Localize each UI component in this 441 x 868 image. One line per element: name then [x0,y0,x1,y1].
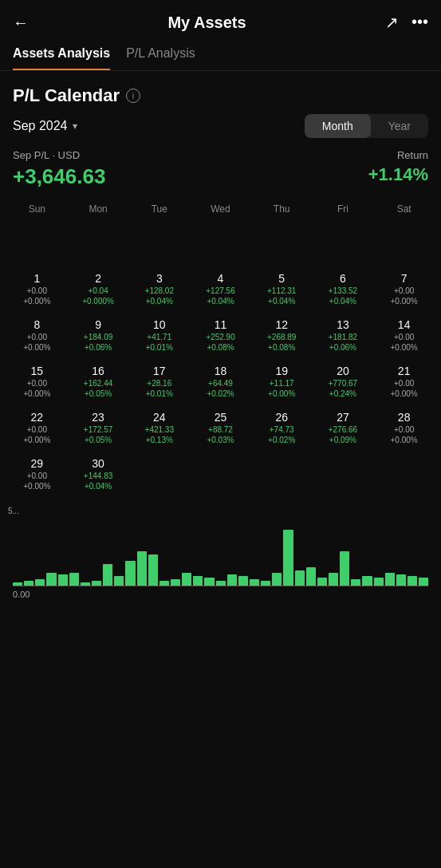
pl-label: Sep P/L · USD [13,149,105,161]
cal-cell[interactable]: 24+421.33+0.13% [128,406,190,452]
cal-cell[interactable]: 22+0.00+0.00% [6,406,68,452]
pl-value: +3,646.63 [13,164,105,189]
cal-cell[interactable]: 17+28.16+0.01% [128,360,190,406]
cal-pct-value: +0.04% [329,297,356,306]
cal-pct-value: +0.08% [207,343,234,352]
chart-bar [351,579,360,586]
cal-cell[interactable]: 29+0.00+0.00% [6,452,68,499]
cal-cell[interactable]: 3+128.02+0.04% [128,267,190,314]
cal-day-number: 28 [398,411,411,424]
cal-pl-value: +127.56 [206,286,234,295]
cal-pct-value: +0.24% [329,389,356,398]
cal-cell[interactable]: 6+133.52+0.04% [313,267,374,314]
share-icon[interactable]: ↗︎ [385,13,399,32]
period-selector[interactable]: Sep 2024 ▾ [13,119,77,133]
cal-cell [251,221,313,267]
cal-pct-value: +0.00% [23,482,50,491]
day-headers: SunMonTueWedThuFriSat [6,200,435,218]
cal-pl-value: +421.33 [145,425,174,434]
pl-left: Sep P/L · USD +3,646.63 [13,149,105,189]
cal-day-number: 24 [153,411,166,424]
chart-bar [396,574,406,586]
tab-assets-analysis[interactable]: Assets Analysis [13,40,110,70]
back-button[interactable]: ← [13,14,29,32]
cal-cell[interactable]: 16+162.44+0.05% [68,360,129,406]
cal-cell[interactable]: 1+0.00+0.00% [6,267,68,314]
cal-cell[interactable]: 27+276.66+0.09% [313,406,374,452]
cal-pl-value: +74.73 [270,425,294,434]
cal-cell[interactable]: 26+74.73+0.02% [251,406,313,452]
chart-bar [216,581,226,586]
cal-day-number: 19 [275,365,288,377]
cal-day-number: 4 [218,272,224,285]
cal-pct-value: +0.04% [268,297,295,306]
cal-pct-value: +0.00% [268,389,295,398]
cal-pct-value: +0.05% [85,389,112,398]
app-title: My Assets [29,14,385,32]
chart-bar [419,578,428,586]
tab-pl-analysis[interactable]: P/L Analysis [126,40,195,70]
cal-pl-value: +268.89 [267,333,296,341]
cal-cell[interactable]: 10+41.71+0.01% [128,314,190,360]
cal-cell[interactable]: 12+268.89+0.08% [251,314,313,360]
chart-bar [374,578,384,586]
cal-pl-value: +770.67 [329,379,357,388]
day-header-thu: Thu [251,200,313,218]
cal-cell[interactable]: 9+184.09+0.06% [68,314,129,360]
cal-day-number: 21 [398,365,411,377]
cal-cell[interactable]: 18+64.49+0.02% [190,360,251,406]
cal-pl-value: +0.04 [88,286,108,295]
cal-cell[interactable]: 14+0.00+0.00% [373,314,435,360]
cal-cell[interactable]: 4+127.56+0.04% [190,267,251,314]
cal-pl-value: +0.00 [394,286,414,295]
chart-bar [362,576,372,586]
cal-cell[interactable]: 5+112.31+0.04% [251,267,313,314]
info-icon[interactable]: i [126,89,140,103]
cal-cell[interactable]: 11+252.90+0.08% [190,314,251,360]
cal-cell [128,221,190,267]
cal-cell[interactable]: 30+144.83+0.04% [68,452,129,499]
cal-pl-value: +144.83 [84,471,112,480]
cal-cell[interactable]: 13+181.82+0.06% [313,314,374,360]
chart-bar [35,579,45,586]
cal-day-number: 3 [156,272,163,285]
cal-pct-value: +0.05% [85,436,112,444]
chart-bar [340,551,349,586]
chart-bar [385,573,395,586]
cal-cell[interactable]: 2+0.04+0.000% [68,267,129,314]
chart-bar [148,554,158,586]
cal-cell[interactable]: 19+11.17+0.00% [251,360,313,406]
chart-bar [24,581,33,586]
cal-day-number: 7 [401,272,408,285]
day-header-fri: Fri [313,200,374,218]
view-year-button[interactable]: Year [371,114,428,138]
cal-cell[interactable]: 21+0.00+0.00% [373,360,435,406]
cal-cell[interactable]: 8+0.00+0.00% [6,314,68,360]
view-month-button[interactable]: Month [305,114,371,138]
chart-bars [6,526,435,586]
day-header-sat: Sat [373,200,435,218]
chart-bar [283,530,293,586]
app-header: ← My Assets ↗︎ ••• [0,0,441,40]
chart-bar [227,574,237,586]
cal-cell[interactable]: 20+770.67+0.24% [313,360,374,406]
cal-day-number: 25 [215,411,227,424]
cal-cell[interactable]: 25+88.72+0.03% [190,406,251,452]
cal-cell[interactable]: 28+0.00+0.00% [373,406,435,452]
chart-bar [261,581,270,586]
cal-pl-value: +0.00 [27,471,47,480]
cal-cell[interactable]: 7+0.00+0.00% [373,267,435,314]
cal-pl-value: +0.00 [27,333,47,341]
cal-day-number: 1 [33,272,40,285]
return-label: Return [368,149,428,161]
more-icon[interactable]: ••• [411,13,428,32]
cal-cell[interactable]: 15+0.00+0.00% [6,360,68,406]
cal-pct-value: +0.00% [23,343,50,352]
cal-day-number: 29 [31,457,44,470]
chart-bar [238,576,248,586]
cal-pct-value: +0.00% [23,297,50,306]
cal-pl-value: +0.00 [394,333,414,341]
cal-day-number: 9 [95,318,101,331]
cal-cell[interactable]: 23+172.57+0.05% [68,406,129,452]
cal-day-number: 2 [95,272,101,285]
